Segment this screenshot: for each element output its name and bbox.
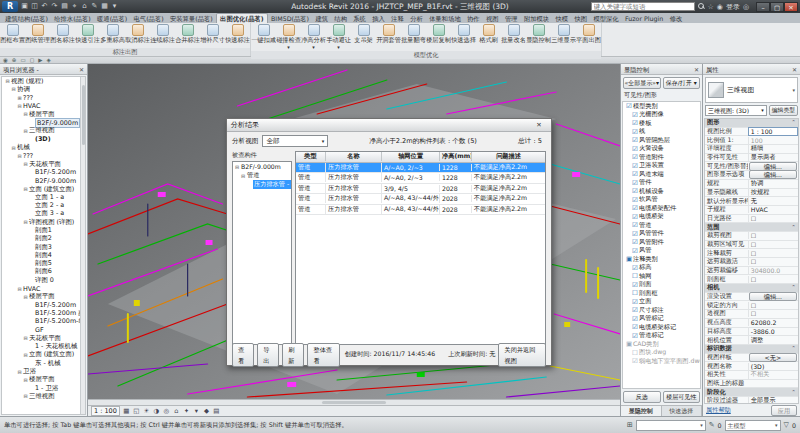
table-row[interactable]: 管道 压力排水管 A/~A0, 2/~3 1228 不能满足净高2.2m xyxy=(296,163,545,174)
canvas-horizontal-scrollbar[interactable] xyxy=(88,399,620,405)
view-all-button[interactable]: 整体查看 xyxy=(307,343,339,367)
checkbox-icon[interactable]: ▣ xyxy=(625,340,633,348)
browser-tree-item[interactable]: ⊞ ??? xyxy=(2,94,85,102)
view-scale-button[interactable]: 1 : 100 xyxy=(91,406,120,416)
browser-tree-item[interactable]: ⊟ 楼层平面 xyxy=(2,293,85,301)
ribbon-tab[interactable]: 结构 xyxy=(331,14,350,23)
design-option-select[interactable]: 主模型 xyxy=(725,420,781,431)
checkbox-icon[interactable]: ☑ xyxy=(631,153,639,161)
dialog-tree-item[interactable]: ⊟ 管道 xyxy=(233,171,291,180)
ribbon-tab[interactable]: Fuzor Plugin xyxy=(622,14,667,23)
ribbon-tab[interactable]: 系统 xyxy=(350,14,369,23)
category-checkbox-item[interactable]: ☑ 电缆桥架标记 xyxy=(623,323,700,332)
export-button[interactable]: 导出 xyxy=(257,343,279,367)
help-icon[interactable]: ◎ xyxy=(743,3,749,11)
qat-icon[interactable]: ⌖ xyxy=(70,2,79,11)
table-row[interactable]: 管道 压力排水管 A/~A8, 43/~44/外 2028 不能满足净高2.2m xyxy=(296,205,545,216)
browser-tree-item[interactable]: ⊟ 机械 xyxy=(2,143,85,151)
panel-tab[interactable]: 显隐控制 xyxy=(621,406,662,416)
expand-icon[interactable]: ⊟ xyxy=(22,161,29,167)
dialog-close-icon[interactable]: ✕ xyxy=(531,120,547,130)
app-menu-button[interactable]: R xyxy=(2,1,18,12)
expand-icon[interactable]: ⊟ xyxy=(16,286,23,292)
minimize-button[interactable]: – xyxy=(756,2,770,12)
ribbon-tab[interactable]: 分析 xyxy=(407,14,426,23)
view-control-icon[interactable]: ◱ xyxy=(132,407,141,415)
ribbon-tab[interactable]: 模型深化 xyxy=(590,14,622,23)
editable-only-icon[interactable]: ✎ xyxy=(709,421,715,429)
ribbon-tab[interactable]: 暖通(品茗) xyxy=(94,14,130,23)
toolbar-icon[interactable]: ◈ xyxy=(46,57,50,63)
checkbox-icon[interactable]: ☐ xyxy=(631,272,639,280)
expand-icon[interactable]: ⊟ xyxy=(22,294,29,300)
ribbon-button[interactable]: 图名标注 xyxy=(50,23,75,48)
table-row[interactable]: 管道 压力排水管 A/~A0, 2/~3 1228 不能满足净高2.2m xyxy=(296,173,545,184)
checkbox-icon[interactable]: ☑ xyxy=(631,179,639,187)
refresh-button[interactable]: 刷新 xyxy=(282,343,304,367)
checkbox-icon[interactable]: ☑ xyxy=(631,128,639,136)
expand-icon[interactable]: ⊟ xyxy=(4,78,11,84)
checkbox-icon[interactable]: ☐ xyxy=(631,289,639,297)
category-checkbox-item[interactable]: ▣ CAD类别 xyxy=(623,340,700,349)
checkbox-icon[interactable]: ▣ xyxy=(625,255,633,263)
ribbon-button[interactable]: 图纸管理 xyxy=(25,23,50,48)
category-checkbox-item[interactable]: ☐ 图块.dwg xyxy=(623,349,700,358)
sign-in-button[interactable]: 登录 xyxy=(726,2,740,12)
checkbox-icon[interactable]: ☑ xyxy=(631,323,639,331)
qat-icon[interactable]: ▾ xyxy=(110,2,119,11)
toolbar-icon[interactable]: ◉ xyxy=(3,57,8,63)
view-control-icon[interactable]: ◆ xyxy=(202,407,211,415)
category-checkbox-item[interactable]: ☑ 机械设备 xyxy=(623,187,700,196)
view-select[interactable]: 三维视图: (3D) xyxy=(705,105,767,116)
category-checkbox-item[interactable]: ☑ 管道 xyxy=(623,221,700,230)
browser-tree-item[interactable]: B1F/-5.200m-细管线 xyxy=(2,318,85,326)
browser-tree-item[interactable]: ⊟ 协调 xyxy=(2,85,85,93)
ribbon-button[interactable]: 批量改名 xyxy=(501,23,526,51)
checkbox-icon[interactable]: ☑ xyxy=(631,111,639,119)
browser-tree-item[interactable]: 详图 0 xyxy=(2,276,85,284)
category-checkbox-item[interactable]: ☑ 楼板 xyxy=(623,119,700,128)
checkbox-icon[interactable]: ☑ xyxy=(631,315,639,323)
checkbox-icon[interactable]: ☑ xyxy=(631,145,639,153)
category-checkbox-item[interactable]: ☑ 电缆桥架配件 xyxy=(623,204,700,213)
ribbon-button[interactable]: 批量翻弯 xyxy=(401,23,426,51)
ribbon-button[interactable]: 平面出图 xyxy=(576,23,601,51)
browser-tree-item[interactable]: ⊟ 天花板平面 xyxy=(2,160,85,168)
ribbon-button[interactable]: 手动避让 xyxy=(326,23,351,51)
workset-select[interactable] xyxy=(636,420,706,431)
checkbox-icon[interactable]: ☑ xyxy=(631,230,639,238)
ribbon-button[interactable]: 快速标注 xyxy=(225,23,250,48)
qat-icon[interactable]: ◫ xyxy=(30,2,39,11)
ribbon-tab[interactable]: 出图优化(品茗) xyxy=(216,13,268,23)
ribbon-tab[interactable]: BIM5D(品茗) xyxy=(268,14,312,23)
expand-icon[interactable]: ⊟ xyxy=(22,335,29,341)
close-icon[interactable]: ✕ xyxy=(79,64,84,74)
analysis-view-select[interactable]: 全部 xyxy=(262,135,328,147)
browser-scrollbar[interactable] xyxy=(80,77,85,414)
property-row[interactable]: 阶段过滤器 全部显示 xyxy=(705,397,798,404)
qat-icon[interactable]: ✎ xyxy=(90,2,99,11)
ribbon-button[interactable]: 碰撞检查 xyxy=(276,23,301,51)
ribbon-button[interactable]: 一键扣减 xyxy=(251,23,276,51)
category-checkbox-item[interactable]: ☐ 剖面框 xyxy=(623,289,700,298)
browser-tree-item[interactable]: ⊟ 三维视图 xyxy=(2,392,85,400)
category-checkbox-item[interactable]: ☑ 管道标记 xyxy=(623,332,700,341)
ribbon-button[interactable]: 增补尺寸 xyxy=(200,23,225,48)
ribbon-tab[interactable]: 视图 xyxy=(483,14,502,23)
checkbox-icon[interactable]: ☑ xyxy=(631,298,639,306)
category-checkbox-item[interactable]: ☑ 光栅图像 xyxy=(623,111,700,120)
category-checkbox-item[interactable]: ☑ 火警设备 xyxy=(623,145,700,154)
qat-icon[interactable]: ↶ xyxy=(40,2,49,11)
account-icon[interactable]: ◉ xyxy=(717,3,723,11)
floor-visibility-button[interactable]: 楼层可见性 xyxy=(663,391,701,403)
filter-icon[interactable]: ▽ xyxy=(784,421,789,429)
view-control-icon[interactable]: ▦ xyxy=(122,407,131,415)
view-control-icon[interactable]: ◑ xyxy=(152,407,161,415)
browser-tree-item[interactable]: (3D) xyxy=(2,135,85,143)
ribbon-tab[interactable]: 管理 xyxy=(502,14,521,23)
ribbon-button[interactable]: 图框布置 xyxy=(0,23,25,48)
ribbon-button[interactable]: 快速引注 xyxy=(75,23,100,48)
ribbon-tab[interactable]: 注释 xyxy=(388,14,407,23)
qat-icon[interactable]: ▤ xyxy=(60,2,69,11)
expand-icon[interactable]: ⊟ xyxy=(22,186,29,192)
